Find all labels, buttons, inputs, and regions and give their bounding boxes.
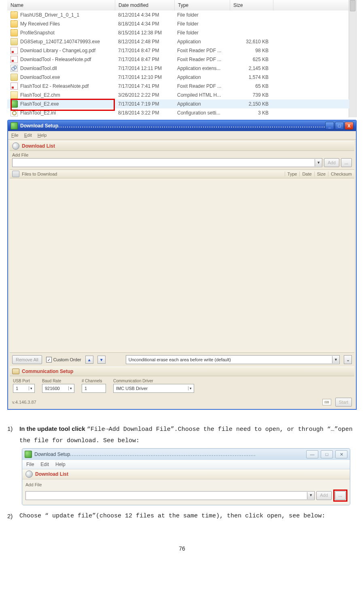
explorer-column-headers: Name Date modified Type Size: [7, 0, 356, 11]
menu-edit[interactable]: Edit: [24, 133, 32, 138]
file-row[interactable]: FlashTool E2 - ReleaseNote.pdf7/17/2014 …: [7, 82, 349, 91]
file-row[interactable]: FlashTool_E2.exe7/17/2014 7:19 PMApplica…: [7, 100, 349, 108]
titlebar[interactable]: Download Setup .........................…: [8, 121, 356, 131]
menu-help[interactable]: Help: [55, 460, 66, 468]
app-icon: [25, 451, 32, 458]
menu-file[interactable]: File: [11, 133, 19, 138]
chevron-down-icon: ▼: [307, 492, 314, 499]
flh-type[interactable]: Type: [285, 172, 300, 176]
file-size: 65 KB: [229, 83, 276, 89]
maximize-button[interactable]: □: [335, 122, 344, 130]
driver-field: Communication Driver IMC USB Driver▾: [113, 379, 194, 393]
disc-icon: [25, 470, 33, 478]
step-2: 2) Choose “ update file”(choose 12 files…: [7, 511, 357, 521]
addfile-combo[interactable]: ▼: [25, 491, 315, 500]
browse-button[interactable]: ...: [335, 491, 346, 500]
file-name: FlashTool_E2.chm: [20, 92, 60, 98]
baud-rate-select[interactable]: 921600▾: [42, 384, 74, 393]
close-button[interactable]: X: [345, 122, 353, 130]
window-title: Download Setup: [20, 123, 58, 129]
col-header-size[interactable]: Size: [230, 0, 273, 11]
file-icon: [11, 91, 18, 99]
file-icon: [11, 100, 18, 108]
menu-help[interactable]: Help: [38, 133, 47, 138]
menubar: File Edit Help: [22, 460, 350, 469]
file-type: Foxit Reader PDF ...: [174, 48, 229, 53]
file-icon: [11, 74, 18, 81]
usb-port-field: USB Port 1▾: [13, 379, 35, 393]
menu-edit[interactable]: Edit: [40, 460, 49, 468]
menu-file[interactable]: File: [26, 460, 34, 468]
minimize-button[interactable]: _: [325, 122, 334, 130]
addfile-label: Add File: [22, 479, 350, 490]
driver-select[interactable]: IMC USB Driver▾: [113, 384, 194, 393]
file-date: 8/18/2014 4:34 PM: [115, 21, 174, 27]
browse-button[interactable]: ...: [341, 158, 352, 167]
channels-input[interactable]: 1: [82, 384, 106, 393]
file-icon: [11, 47, 18, 54]
chevron-down-icon: ▼: [315, 159, 322, 166]
addfile-combo[interactable]: ▼: [12, 158, 322, 167]
file-icon: [11, 65, 18, 72]
minimize-button[interactable]: —: [306, 450, 318, 458]
file-row[interactable]: Download Library - ChangeLog.pdf7/17/201…: [7, 46, 349, 55]
remove-all-button[interactable]: Remove All: [12, 355, 42, 364]
files-list-body: [10, 178, 354, 353]
erase-mode-combo[interactable]: Unconditional erase each area before wri…: [126, 355, 340, 364]
file-type: Configuration setti...: [174, 110, 229, 116]
add-button[interactable]: Add: [316, 491, 332, 500]
scrollbar-vertical[interactable]: [349, 0, 356, 117]
flh-size[interactable]: Size: [314, 172, 328, 176]
file-icon: [11, 83, 18, 90]
drive-icon: [12, 171, 19, 177]
file-type: File folder: [174, 21, 229, 27]
file-icon: [11, 56, 18, 63]
scrollbar-thumb[interactable]: [350, 0, 356, 11]
file-name: DG8Setup_1240TZ.1407479993.exe: [20, 39, 100, 45]
options-button[interactable]: ⌄: [344, 355, 352, 364]
file-row[interactable]: DownloadTool.exe7/17/2014 12:10 PMApplic…: [7, 73, 349, 82]
file-type: Application extens...: [174, 66, 229, 71]
keyboard-icon[interactable]: ⌨: [322, 399, 331, 405]
move-down-button[interactable]: ▼: [97, 356, 106, 364]
download-setup-window-step1: Download Setup .........................…: [22, 448, 350, 505]
explorer-window: Name Date modified Type Size FlashUSB_Dr…: [7, 0, 357, 117]
file-date: 8/12/2014 2:48 PM: [115, 39, 174, 45]
file-date: 8/18/2014 3:22 PM: [115, 110, 174, 116]
file-name: ProfileSnapshot: [20, 30, 55, 36]
file-type: Application: [174, 101, 229, 107]
download-list-header: Download List: [22, 469, 350, 479]
file-icon: [11, 20, 18, 28]
col-header-type[interactable]: Type: [175, 0, 230, 11]
file-name: DownloadTool - ReleaseNote.pdf: [20, 57, 91, 62]
card-icon: [12, 369, 19, 374]
file-row[interactable]: DownloadTool - ReleaseNote.pdf7/17/2014 …: [7, 55, 349, 64]
file-row[interactable]: My Received Files8/18/2014 4:34 PMFile f…: [7, 19, 349, 28]
file-row[interactable]: FlashTool_E2.chm3/26/2012 2:22 PMCompile…: [7, 91, 349, 100]
start-button[interactable]: Start: [335, 398, 352, 407]
file-size: 32,610 KB: [229, 39, 276, 45]
file-row[interactable]: DownloadTool.dll7/17/2014 12:11 PMApplic…: [7, 64, 349, 73]
flh-checksum[interactable]: Checksum: [328, 172, 354, 176]
col-header-name[interactable]: Name: [7, 0, 115, 11]
flh-date[interactable]: Date: [299, 172, 314, 176]
comm-setup-header: Communication Setup: [10, 367, 354, 376]
file-type: File folder: [174, 12, 229, 18]
file-icon: [11, 109, 18, 117]
titlebar[interactable]: Download Setup .........................…: [22, 449, 350, 460]
file-row[interactable]: ProfileSnapshot8/15/2014 12:38 PMFile fo…: [7, 28, 349, 37]
custom-order-checkbox[interactable]: ✓Custom Order: [46, 357, 81, 362]
add-button[interactable]: Add: [324, 158, 339, 167]
file-size: 1,574 KB: [229, 74, 276, 80]
file-date: 8/12/2014 4:34 PM: [115, 12, 174, 18]
maximize-button[interactable]: □: [321, 450, 333, 458]
file-type: Compiled HTML H...: [174, 92, 229, 98]
file-row[interactable]: DG8Setup_1240TZ.1407479993.exe8/12/2014 …: [7, 37, 349, 46]
usb-port-select[interactable]: 1▾: [13, 384, 35, 393]
close-button[interactable]: ✕: [335, 450, 347, 458]
move-up-button[interactable]: ▲: [85, 356, 93, 364]
col-header-date[interactable]: Date modified: [115, 0, 175, 11]
file-row[interactable]: FlashUSB_Driver_1_0_1_18/12/2014 4:34 PM…: [7, 11, 349, 19]
file-row[interactable]: FlashTool_E2.ini8/18/2014 3:22 PMConfigu…: [7, 108, 349, 117]
files-list-header: Files to Download Type Date Size Checksu…: [10, 170, 354, 178]
